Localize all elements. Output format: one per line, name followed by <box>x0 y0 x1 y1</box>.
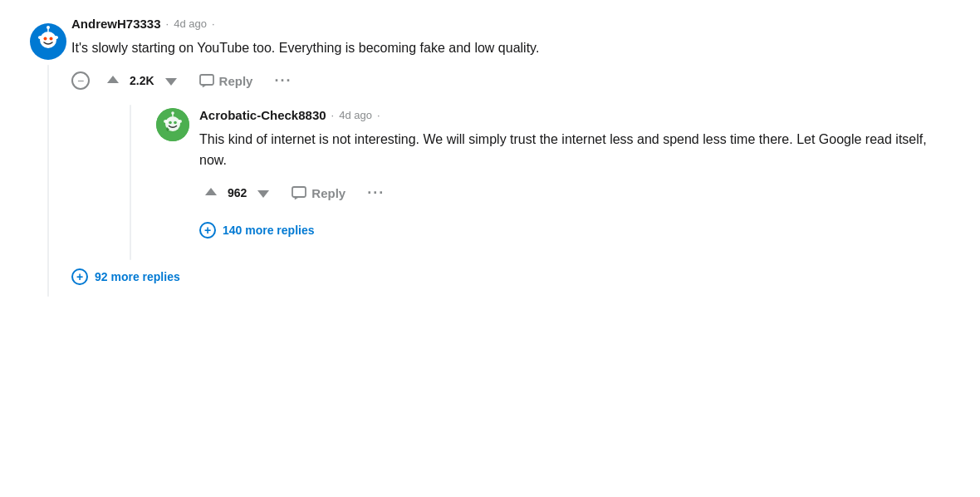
sub-comment-author: Acrobatic-Check8830 <box>199 108 326 122</box>
sub-more-replies-button[interactable]: + 140 more replies <box>199 217 315 244</box>
svg-point-14 <box>178 120 182 123</box>
sub-more-icon: ··· <box>367 185 385 201</box>
downvote-icon <box>163 72 179 89</box>
sub-upvote-icon <box>203 185 219 201</box>
comment-meta: AndrewH73333 · 4d ago · <box>71 17 955 31</box>
sub-dot-2: · <box>377 109 380 121</box>
sub-comment-time: 4d ago <box>339 109 372 121</box>
svg-point-1 <box>40 32 56 48</box>
sub-comment-text: This kind of internet is not interesting… <box>199 129 955 171</box>
downvote-button[interactable] <box>159 69 183 92</box>
more-icon: ··· <box>274 72 292 89</box>
sub-reply-label: Reply <box>311 186 345 200</box>
sub-comment-content: Acrobatic-Check8830 · 4d ago · This kind… <box>143 105 955 260</box>
comment-dot-2: · <box>212 17 215 30</box>
reply-button[interactable]: Reply <box>194 70 258 91</box>
avatar <box>30 23 66 60</box>
sub-upvote-button[interactable] <box>199 181 223 204</box>
main-more-replies-circle-icon: + <box>71 268 88 285</box>
thread-line <box>47 65 49 297</box>
sub-reply-icon <box>292 185 306 200</box>
svg-point-12 <box>174 121 177 124</box>
sub-more-replies-label: 140 more replies <box>223 224 315 237</box>
sub-comment-meta: Acrobatic-Check8830 · 4d ago · <box>199 108 955 122</box>
main-more-replies-button[interactable]: + 92 more replies <box>71 263 180 290</box>
vote-count: 2.2K <box>130 74 154 87</box>
main-expand-icon: + <box>76 271 83 283</box>
reply-icon <box>199 73 214 88</box>
top-left-controls <box>25 17 71 297</box>
svg-point-16 <box>171 111 174 115</box>
comment-thread: AndrewH73333 · 4d ago · It's slowly star… <box>25 17 955 297</box>
svg-point-5 <box>53 36 58 39</box>
sub-dot: · <box>331 109 335 121</box>
top-comment-body: AndrewH73333 · 4d ago · It's slowly star… <box>71 17 955 297</box>
sub-more-replies-circle-icon: + <box>199 222 216 239</box>
comment-actions: − 2.2K <box>71 69 955 93</box>
sub-downvote-button[interactable] <box>252 181 275 204</box>
vote-group: 2.2K <box>101 69 183 92</box>
sub-comment-body: Acrobatic-Check8830 · 4d ago · This kind… <box>199 105 955 250</box>
reply-label: Reply <box>219 74 253 88</box>
sub-avatar <box>156 108 189 141</box>
svg-point-3 <box>50 37 53 41</box>
svg-point-2 <box>44 37 47 41</box>
sub-more-button[interactable]: ··· <box>362 181 390 205</box>
sub-comment-actions: 962 <box>199 181 955 205</box>
svg-point-13 <box>164 120 168 123</box>
svg-point-4 <box>38 36 43 39</box>
sub-thread-line <box>130 105 131 260</box>
sub-thread: Acrobatic-Check8830 · 4d ago · This kind… <box>118 105 955 260</box>
sub-vote-group: 962 <box>199 181 275 204</box>
sub-downvote-icon <box>255 185 272 201</box>
comment-text: It's slowly starting on YouTube too. Eve… <box>71 37 860 59</box>
sub-expand-icon: + <box>204 224 211 236</box>
upvote-button[interactable] <box>101 69 125 92</box>
main-more-replies-label: 92 more replies <box>95 270 180 283</box>
more-button[interactable]: ··· <box>269 69 296 93</box>
sub-thread-line-wrap <box>118 105 143 260</box>
sub-comment: Acrobatic-Check8830 · 4d ago · This kind… <box>156 105 955 250</box>
svg-rect-8 <box>200 75 213 85</box>
svg-rect-17 <box>292 187 306 197</box>
sub-reply-button[interactable]: Reply <box>287 182 350 204</box>
top-comment: AndrewH73333 · 4d ago · It's slowly star… <box>25 17 955 297</box>
comment-time: 4d ago <box>174 17 207 30</box>
comment-dot: · <box>166 17 169 30</box>
collapse-button[interactable]: − <box>71 71 90 90</box>
svg-point-7 <box>47 26 50 29</box>
comment-author: AndrewH73333 <box>71 17 161 31</box>
svg-point-11 <box>169 121 172 124</box>
collapse-icon: − <box>77 75 84 86</box>
upvote-icon <box>105 72 121 89</box>
sub-vote-count: 962 <box>228 186 247 199</box>
